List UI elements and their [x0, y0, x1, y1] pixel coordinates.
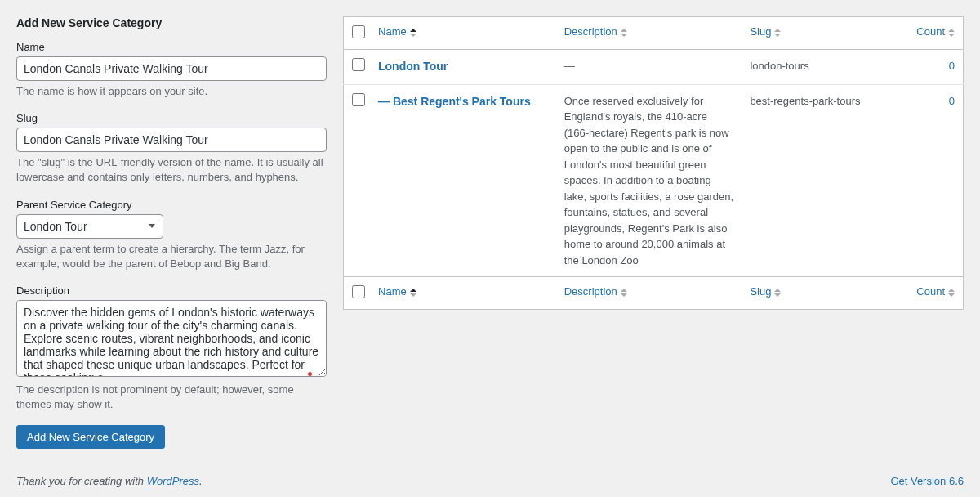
sort-icon — [410, 289, 416, 297]
name-description: The name is how it appears on your site. — [16, 84, 327, 99]
select-all-checkbox-bottom[interactable] — [352, 285, 365, 298]
slug-label: Slug — [16, 112, 327, 124]
sort-icon — [621, 29, 627, 37]
description-textarea[interactable]: Discover the hidden gems of London's his… — [16, 300, 327, 377]
sort-icon — [948, 29, 955, 37]
row-checkbox[interactable] — [352, 58, 365, 71]
description-field-wrap: Description Discover the hidden gems of … — [16, 284, 327, 412]
name-field-wrap: Name The name is how it appears on your … — [16, 41, 327, 99]
row-count-link[interactable]: 0 — [949, 60, 955, 72]
sort-icon — [948, 289, 955, 297]
form-title: Add New Service Category — [16, 16, 327, 29]
footer-thanks-suffix: . — [199, 475, 203, 487]
description-description: The description is not prominent by defa… — [16, 383, 327, 412]
col-footer-count[interactable]: Count — [916, 285, 955, 298]
sort-icon — [774, 289, 781, 297]
footer: Thank you for creating with WordPress. G… — [0, 465, 980, 497]
sort-icon — [621, 289, 627, 297]
row-description: Once reserved exclusively for England's … — [556, 84, 742, 277]
row-count-link[interactable]: 0 — [949, 95, 955, 107]
slug-description: The "slug" is the URL-friendly version o… — [16, 155, 327, 185]
name-label: Name — [16, 41, 327, 53]
categories-table: Name Description Slug Count London Tour … — [343, 16, 964, 310]
name-input[interactable] — [16, 56, 327, 81]
footer-thanks-prefix: Thank you for creating with — [16, 475, 147, 487]
sort-icon — [774, 29, 781, 37]
col-footer-name[interactable]: Name — [378, 285, 416, 298]
description-label: Description — [16, 284, 327, 297]
wordpress-link[interactable]: WordPress — [147, 475, 199, 487]
row-title-link[interactable]: — Best Regent's Park Tours — [378, 95, 531, 108]
row-description: — — [556, 50, 742, 85]
slug-input[interactable] — [16, 128, 327, 152]
parent-select[interactable]: London Tour — [16, 214, 163, 239]
row-title-link[interactable]: London Tour — [378, 60, 448, 73]
col-header-name[interactable]: Name — [378, 25, 416, 38]
col-header-description[interactable]: Description — [564, 25, 627, 38]
sort-icon — [410, 29, 416, 37]
submit-button[interactable]: Add New Service Category — [16, 425, 165, 449]
col-footer-slug[interactable]: Slug — [750, 285, 781, 298]
col-header-count[interactable]: Count — [916, 25, 955, 38]
spell-indicator-icon — [308, 372, 312, 376]
row-checkbox[interactable] — [352, 93, 365, 106]
parent-label: Parent Service Category — [16, 199, 327, 211]
col-header-slug[interactable]: Slug — [750, 25, 781, 38]
row-slug: best-regents-park-tours — [742, 84, 901, 277]
table-row: London Tour — london-tours 0 — [344, 50, 964, 85]
parent-description: Assign a parent term to create a hierarc… — [16, 242, 327, 271]
parent-field-wrap: Parent Service Category London Tour Assi… — [16, 199, 327, 271]
version-link[interactable]: Get Version 6.6 — [890, 475, 964, 487]
row-slug: london-tours — [742, 50, 901, 85]
col-footer-description[interactable]: Description — [564, 285, 627, 298]
slug-field-wrap: Slug The "slug" is the URL-friendly vers… — [16, 112, 327, 185]
table-row: — Best Regent's Park Tours Once reserved… — [344, 84, 964, 277]
select-all-checkbox-top[interactable] — [352, 25, 365, 38]
